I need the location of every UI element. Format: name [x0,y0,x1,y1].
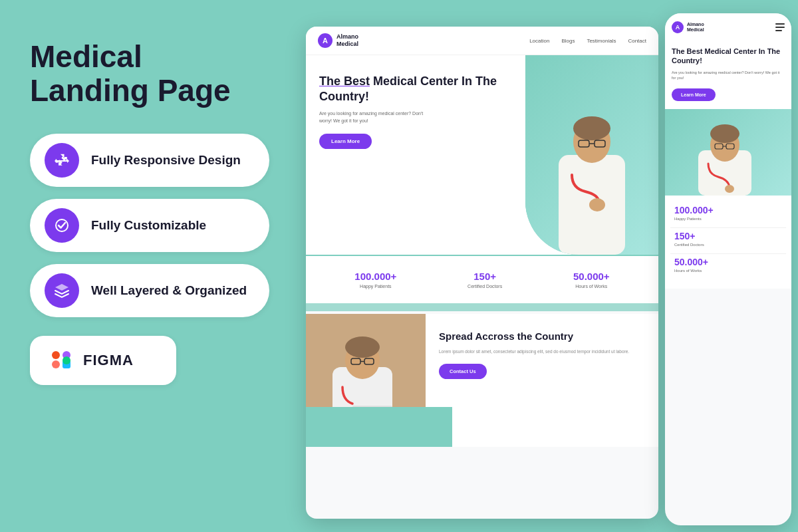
mobile-stat-num-doctors: 150+ [674,231,782,241]
desktop-learn-more-button[interactable]: Learn More [319,134,372,149]
mobile-stat-doctors: 150+ Certified Doctors [670,231,786,247]
svg-point-16 [345,336,380,358]
nav-link-testimonials[interactable]: Testimonials [587,38,616,44]
desktop-brand-name: Almano Medical [336,33,358,48]
hamburger-menu-icon[interactable] [775,23,785,31]
mobile-stat-label-hours: Hours of Works [674,269,782,273]
desktop-hero-left: The Best Medical Center In The Country! … [306,55,525,255]
mobile-hero-image [665,109,791,196]
figma-pill: FIGMA [30,336,176,385]
stat-label-doctors: Certified Doctors [467,284,502,289]
desktop-brand-logo: A [318,33,332,48]
stat-happy-patients: 100.000+ Happy Patients [354,271,396,289]
mockups-area: A Almano Medical Location Blogs Testimon… [293,0,798,532]
arrows-icon [54,152,70,168]
stat-number-doctors: 150+ [467,271,502,282]
mobile-learn-more-button[interactable]: Learn More [672,88,716,101]
check-icon [54,217,70,233]
desktop-navbar: A Almano Medical Location Blogs Testimon… [306,27,658,55]
mobile-stat-label-patients: Happy Patients [674,217,782,221]
feature-pill-responsive: Fully Responsive Design [30,134,269,187]
feature-pill-customizable: Fully Customizable [30,199,269,252]
mobile-stat-num-hours: 50.000+ [674,257,782,267]
left-panel: Medical Landing Page Fully Responsive De… [0,0,286,532]
customizable-icon-circle [45,208,79,243]
mobile-stat-patients: 100.000+ Happy Patients [670,205,786,221]
stat-number-hours: 50.000+ [573,271,610,282]
stat-label-hours: Hours of Works [573,284,610,289]
mobile-hero-desc: Are you looking for amazing medical cent… [672,70,785,81]
desktop-mockup: A Almano Medical Location Blogs Testimon… [306,27,658,519]
mobile-hero-content: The Best Medical Center In The Country! … [665,39,791,109]
mobile-stats: 100.000+ Happy Patients 150+ Certified D… [665,196,791,289]
svg-rect-2 [52,360,60,368]
feature-pill-layered: Well Layered & Organized [30,264,269,317]
mobile-stat-label-doctors: Certified Doctors [674,243,782,247]
figma-logo-icon [49,348,74,373]
mobile-stat-hours: 50.000+ Hours of Works [670,257,786,273]
feature-label-layered: Well Layered & Organized [91,283,247,298]
desktop-section2-title: Spread Accross the Country [439,330,645,343]
mobile-doctor-illustration [682,110,775,196]
responsive-icon-circle [45,143,79,178]
desktop-contact-button[interactable]: Contact Us [439,364,487,379]
doctor-illustration-desktop [539,68,645,255]
svg-point-27 [710,124,739,143]
stat-number-patients: 100.000+ [354,271,396,282]
mobile-brand-logo: A [672,21,684,33]
desktop-nav-links: Location Blogs Testimonials Contact [529,38,646,44]
figma-label: FIGMA [83,352,134,369]
feature-label-responsive: Fully Responsive Design [91,153,241,168]
feature-label-customizable: Fully Customizable [91,218,206,233]
desktop-section2: Spread Accross the Country Lorem ipsum d… [306,314,658,447]
desktop-stats: 100.000+ Happy Patients 150+ Certified D… [306,255,658,303]
mobile-stats-divider-2 [670,253,786,254]
desktop-hero-title: The Best Medical Center In The Country! [319,74,512,104]
stat-hours-works: 50.000+ Hours of Works [573,271,610,289]
layers-icon [54,283,70,299]
svg-point-5 [63,356,70,364]
desktop-section2-desc: Lorem ipsum dolor sit amet, consectetur … [439,348,645,355]
desktop-hero-desc: Are you looking for amazing medical cent… [319,110,426,124]
layered-icon-circle [45,273,79,308]
page-title: Medical Landing Page [30,40,259,107]
stat-label-patients: Happy Patients [354,284,396,289]
nav-link-blogs[interactable]: Blogs [561,38,575,44]
svg-point-8 [573,116,610,140]
teal-accent-rect [306,407,452,447]
mobile-stats-divider-1 [670,227,786,228]
mobile-brand-name: Almano Medical [687,22,704,33]
svg-rect-1 [52,351,60,359]
stat-certified-doctors: 150+ Certified Doctors [467,271,502,289]
nav-link-contact[interactable]: Contact [628,38,646,44]
mobile-hero-title: The Best Medical Center In The Country! [672,47,785,66]
desktop-hero-image [525,55,658,255]
svg-point-12 [589,198,605,211]
mobile-mockup: A Almano Medical The Best Medical Center… [665,13,791,525]
mobile-stat-num-patients: 100.000+ [674,205,782,215]
svg-point-31 [725,185,734,193]
desktop-section2-content: Spread Accross the Country Lorem ipsum d… [426,314,658,447]
nav-link-location[interactable]: Location [529,38,549,44]
mobile-navbar: A Almano Medical [665,13,791,39]
mobile-hero: The Best Medical Center In The Country! … [665,39,791,196]
desktop-hero: The Best Medical Center In The Country! … [306,55,658,255]
